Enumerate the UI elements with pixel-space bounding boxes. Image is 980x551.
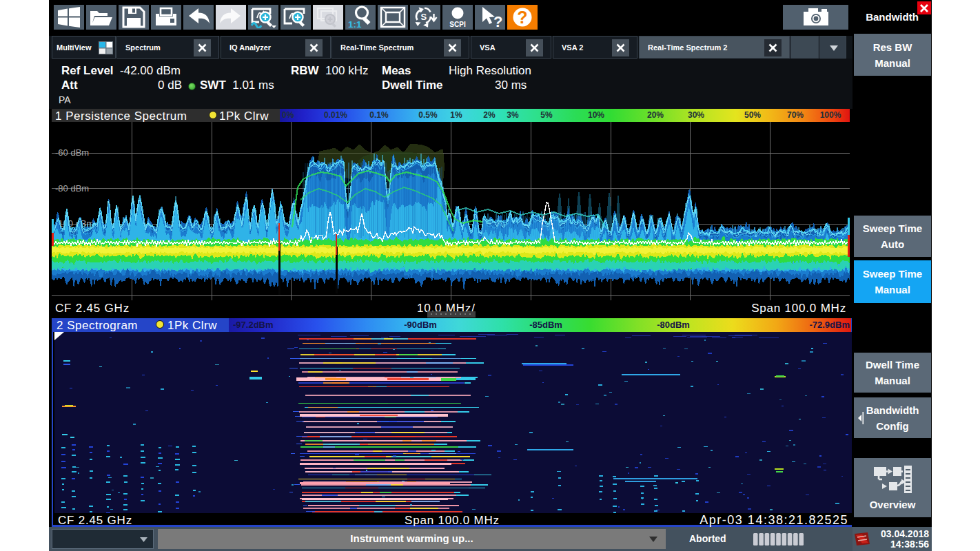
svg-text:?: ? <box>493 13 502 29</box>
svg-text:1:1: 1:1 <box>348 19 362 29</box>
svg-text:-60 dBm: -60 dBm <box>55 147 89 158</box>
svg-text:-80 dBm: -80 dBm <box>55 183 89 194</box>
svg-text:S: S <box>421 12 427 22</box>
svg-text:SCPI: SCPI <box>449 21 466 28</box>
svg-text:?: ? <box>517 8 527 27</box>
